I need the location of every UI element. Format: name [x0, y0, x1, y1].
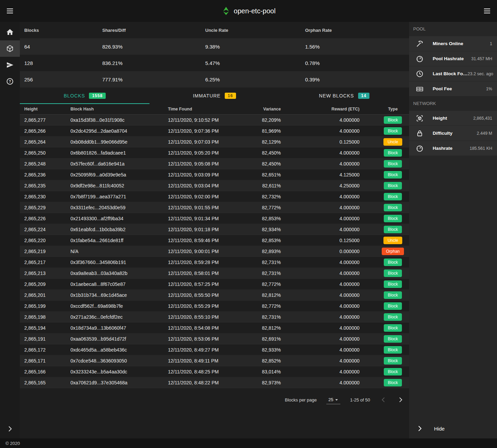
block-row[interactable]: 2,865,1710x7cdce548...363609305012/11/20… [20, 355, 409, 366]
stat-label: Pool Hashrate [433, 56, 464, 61]
hide-sidebar-button[interactable]: Hide [409, 419, 497, 438]
tab-blocks[interactable]: BLOCKS1558 [20, 88, 149, 104]
chevron-right-icon [397, 396, 404, 404]
gauge-icon [416, 144, 424, 153]
block-height-cell: 2,865,198 [20, 314, 70, 320]
block-row[interactable]: 2,865,2350x9df2e98e...811fc4005212/11/20… [20, 180, 409, 191]
expand-rail-button[interactable] [0, 425, 20, 433]
nav-send[interactable] [0, 57, 20, 73]
stat-item-difficulty: Difficulty2.449 M [409, 126, 497, 141]
block-reward-cell: 4.000000 [281, 281, 359, 287]
block-row[interactable]: 2,865,1990xccdf562f...69a698b7fe12/11/20… [20, 301, 409, 312]
block-height-cell: 2,865,194 [20, 325, 70, 331]
block-height-cell: 2,865,224 [20, 227, 70, 232]
blocks-per-page-label: Blocks per page [285, 397, 317, 403]
page-footer: © 2020 [0, 438, 497, 448]
block-reward-cell: 4.000000 [281, 150, 359, 156]
block-time-cell: 12/11/2020, 8:55:50 PM [168, 292, 236, 298]
block-type-cell: Block [359, 291, 409, 299]
stats-cell: 826.93% [102, 44, 205, 50]
block-row[interactable]: 2,865,1910xaa063539...b95d41d72f12/11/20… [20, 333, 409, 344]
menu-icon[interactable] [3, 4, 17, 18]
block-row[interactable]: 2,865,2090x1aebeca8...8f67c05e8712/11/20… [20, 279, 409, 290]
type-badge-orphan: Orphan [382, 248, 404, 255]
block-time-cell: 12/11/2020, 9:07:36 PM [168, 128, 236, 134]
nav-help[interactable]: ? [0, 73, 20, 90]
block-variance-cell: 82,611% [236, 183, 281, 188]
network-items: Height2,865,431Difficulty2.449 MHashrate… [409, 111, 497, 156]
block-variance-cell: 83,014% [236, 369, 281, 374]
type-badge-block: Block [384, 291, 402, 299]
block-time-cell: 12/11/2020, 8:55:29 PM [168, 303, 236, 309]
block-row[interactable]: 2,865,2200x1fabe54a...2661de81ff12/11/20… [20, 235, 409, 246]
block-row[interactable]: 2,865,2360x25095f69...a0d39e9e5a12/11/20… [20, 169, 409, 180]
stat-item-height: Height2,865,431 [409, 111, 497, 126]
block-time-cell: 12/11/2020, 8:57:25 PM [168, 281, 236, 287]
stats-header-cell: Blocks [20, 28, 102, 33]
block-hash-cell: 0xaa063539...b95d41d72f [70, 336, 168, 342]
block-row[interactable]: 2,865,1940x18d734a9...13b6060f4712/11/20… [20, 322, 409, 333]
block-row[interactable]: 2,865,1980x271a236c...0efcfdf2ec12/11/20… [20, 312, 409, 322]
block-row[interactable]: 2,865,2770xa15d3f38...0e31f1908c12/11/20… [20, 115, 409, 126]
tab-count-badge: 14 [358, 93, 369, 99]
block-time-cell: 12/11/2020, 8:58:01 PM [168, 271, 236, 276]
stats-header-cell: Shares/Diff [102, 28, 205, 33]
page-size-select[interactable]: 25 [326, 396, 340, 404]
tab-label: IMMATURE [193, 93, 221, 98]
stat-value: 31.457 MH [471, 56, 492, 61]
block-hash-cell: 0x2dc4295d...2dae0a8704 [70, 128, 168, 134]
type-badge-block: Block [384, 313, 402, 321]
block-reward-cell: 4.000000 [281, 260, 359, 265]
block-hash-cell: 0x9df2e98e...811fc40052 [70, 183, 168, 188]
block-hash-cell: 0x3233243e...b5a4aa30dc [70, 369, 168, 374]
block-row[interactable]: 2,865,2240x61eabfcd...1b0cba39b212/11/20… [20, 224, 409, 235]
block-row[interactable]: 2,865,2660x2dc4295d...2dae0a870412/11/20… [20, 126, 409, 136]
network-section-title: NETWORK [409, 96, 497, 111]
block-row[interactable]: 2,865,219N/A12/11/2020, 9:00:01 PM82,893… [20, 246, 409, 257]
nav-blocks-cube[interactable] [0, 40, 20, 57]
prev-page-button[interactable] [380, 396, 387, 404]
block-hash-cell: 0x3311efec...20453d0e59 [70, 205, 168, 210]
nav-home[interactable] [0, 24, 20, 40]
block-height-cell: 2,865,217 [20, 260, 70, 265]
block-hash-cell: 0xa15d3f38...0e31f1908c [70, 117, 168, 123]
block-row[interactable]: 2,865,1720xdc465d5a...a58beb436c12/11/20… [20, 344, 409, 355]
tab-immature[interactable]: IMMATURE16 [149, 88, 279, 104]
block-row[interactable]: 2,865,2640xb08dd0b1...99e066d95e12/11/20… [20, 136, 409, 147]
block-height-cell: 2,865,266 [20, 128, 70, 134]
stat-value: 2.449 M [477, 131, 492, 136]
block-row[interactable]: 2,865,1660x3233243e...b5a4aa30dc12/11/20… [20, 366, 409, 377]
block-row[interactable]: 2,865,2300x7b8f7199...aea377a27112/11/20… [20, 191, 409, 202]
blocks-header-cell: Reward (ETC) [281, 107, 359, 111]
block-height-cell: 2,865,236 [20, 172, 70, 177]
caret-down-icon [333, 397, 340, 403]
block-row[interactable]: 2,865,2170x3f367660...345806b19112/11/20… [20, 257, 409, 268]
block-height-cell: 2,865,229 [20, 205, 70, 210]
next-page-button[interactable] [397, 396, 404, 404]
block-hash-cell: 0x61eabfcd...1b0cba39b2 [70, 227, 168, 232]
block-height-cell: 2,865,219 [20, 249, 70, 254]
block-height-cell: 2,865,209 [20, 281, 70, 287]
block-row[interactable]: 2,865,2010x1b31b734...69c1d45ace12/11/20… [20, 290, 409, 301]
block-row[interactable]: 2,865,2500x6b801826...fa9adcaee112/11/20… [20, 147, 409, 158]
tab-label: BLOCKS [64, 93, 85, 98]
block-time-cell: 12/11/2020, 9:10:52 PM [168, 117, 236, 123]
type-badge-block: Block [384, 379, 402, 386]
block-reward-cell: 4.000000 [281, 314, 359, 320]
block-row[interactable]: 2,865,2290x3311efec...20453d0e5912/11/20… [20, 202, 409, 213]
block-row[interactable]: 2,865,2480x57fec60f...da616e941a12/11/20… [20, 158, 409, 169]
page-size-value: 25 [328, 397, 333, 402]
block-row[interactable]: 2,865,1650xa70621d9...37e305468a12/11/20… [20, 377, 409, 388]
block-height-cell: 2,865,248 [20, 161, 70, 167]
block-reward-cell: 4.000000 [281, 128, 359, 134]
stats-row: 128836.21%5.47%0.78% [20, 55, 409, 71]
block-variance-cell: 82,893% [236, 249, 281, 254]
tab-label: NEW BLOCKS [319, 93, 354, 98]
tab-new-blocks[interactable]: NEW BLOCKS14 [279, 88, 409, 104]
block-time-cell: 12/11/2020, 9:00:01 PM [168, 249, 236, 254]
cube-scan-icon [416, 114, 424, 122]
block-hash-cell: 0x57fec60f...da616e941a [70, 161, 168, 167]
block-row[interactable]: 2,865,2130xa9a8eab3...03a340a82b12/11/20… [20, 268, 409, 279]
block-row[interactable]: 2,865,2260x21493300...af2ff9ba3412/11/20… [20, 213, 409, 224]
menu-icon-right[interactable] [480, 4, 494, 18]
